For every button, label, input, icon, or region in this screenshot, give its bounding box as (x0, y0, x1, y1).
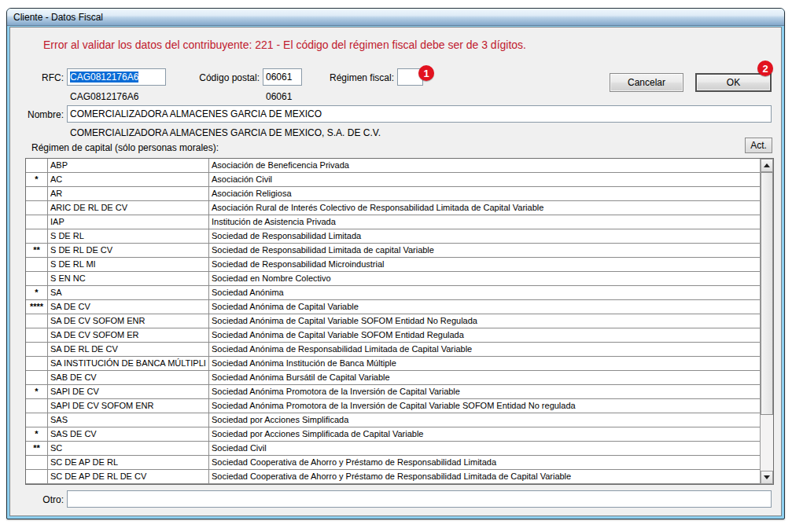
rfc-selected-text: CAG0812176A6 (70, 72, 138, 83)
cell-marker (26, 187, 48, 200)
table-row[interactable]: SAB DE CVSociedad Anónima Bursátil de Ca… (26, 371, 760, 385)
cell-desc: Institución de Asistencia Privada (209, 215, 760, 229)
cell-code: SAPI DE CV SOFOM ENR (48, 399, 209, 413)
cell-code: AC (48, 173, 209, 186)
table-row[interactable]: SC DE AP DE RL DE CVSociedad Cooperativa… (26, 470, 760, 484)
otro-input[interactable] (67, 490, 772, 508)
cell-desc: Sociedad Anónima Promotora de la Inversi… (209, 399, 760, 413)
ok-button[interactable]: OK (695, 73, 772, 92)
cell-desc: Sociedad de Responsabilidad Microindustr… (209, 258, 760, 271)
table-row[interactable]: *SAPI DE CVSociedad Anónima Promotora de… (26, 385, 760, 399)
table-row[interactable]: SA DE CV SOFOM ERSociedad Anónima de Cap… (26, 328, 760, 343)
cell-desc: Asociación Rural de Interés Colectivo de… (209, 201, 760, 215)
cell-marker: * (26, 385, 48, 398)
rfc-input[interactable]: CAG0812176A6 (67, 68, 166, 86)
table-row[interactable]: SASSociedad por Acciones Simplificada (26, 413, 760, 427)
regimen-capital-table: ABPAsociación de Beneficencia Privada*AC… (25, 158, 774, 485)
scrollbar-thumb[interactable] (761, 172, 773, 415)
cell-desc: Sociedad en Nombre Colectivo (209, 272, 760, 285)
table-row[interactable]: SA DE CV SOFOM ENRSociedad Anónima de Ca… (26, 314, 760, 328)
table-row[interactable]: ARAsociación Religiosa (26, 187, 760, 201)
codigo-postal-value: 06061 (266, 72, 292, 83)
table-scrollbar[interactable] (760, 159, 773, 484)
table-row[interactable]: ABPAsociación de Beneficencia Privada (26, 159, 760, 173)
table-row[interactable]: SA DE RL DE CVSociedad Anónima de Respon… (26, 343, 760, 357)
window-titlebar[interactable]: Cliente - Datos Fiscal (7, 9, 784, 26)
cell-marker: * (26, 286, 48, 299)
cell-desc: Sociedad Civil (209, 442, 760, 455)
cell-marker (26, 201, 48, 215)
dialog-window: Cliente - Datos Fiscal Error al validar … (6, 8, 785, 519)
cell-marker (26, 272, 48, 285)
cell-code: SA DE RL DE CV (48, 343, 209, 356)
table-row[interactable]: S DE RL MISociedad de Responsabilidad Mi… (26, 258, 760, 272)
codigo-postal-label: Código postal: (168, 72, 260, 83)
table-row[interactable]: **S DE RL DE CVSociedad de Responsabilid… (26, 244, 760, 258)
cell-marker: * (26, 173, 48, 186)
cell-desc: Sociedad por Acciones Simplificada de Ca… (209, 427, 760, 441)
table-row[interactable]: SA INSTITUCIÓN DE BANCA MÚLTIPLISociedad… (26, 357, 760, 371)
cell-marker (26, 328, 48, 342)
cell-desc: Sociedad Anónima de Capital Variable SOF… (209, 328, 760, 342)
cell-marker (26, 215, 48, 229)
table-row[interactable]: IAPInstitución de Asistencia Privada (26, 215, 760, 229)
cell-desc: Sociedad Anónima Bursátil de Capital Var… (209, 371, 760, 384)
cell-desc: Sociedad Anónima Promotora de la Inversi… (209, 385, 760, 398)
table-row[interactable]: ARIC DE RL DE CVAsociación Rural de Inte… (26, 201, 760, 215)
cell-code: SA DE CV SOFOM ER (48, 328, 209, 342)
scrollbar-down-button[interactable] (761, 471, 773, 484)
cell-code: SC DE AP DE RL (48, 456, 209, 469)
cell-marker (26, 456, 48, 469)
dialog-content: Error al validar los datos del contribuy… (9, 27, 782, 516)
cell-code: SAS (48, 413, 209, 427)
nombre-label: Nombre: (10, 109, 64, 120)
cell-marker (26, 470, 48, 483)
cancel-button[interactable]: Cancelar (610, 73, 683, 92)
cell-desc: Sociedad de Responsabilidad Limitada de … (209, 244, 760, 257)
table-row[interactable]: *SASociedad Anónima (26, 286, 760, 300)
table-row[interactable]: S EN NCSociedad en Nombre Colectivo (26, 272, 760, 286)
codigo-postal-input[interactable]: 06061 (263, 68, 302, 86)
cell-desc: Asociación Civil (209, 173, 760, 186)
cell-marker: **** (26, 300, 48, 314)
nombre-value: COMERCIALIZADORA ALMACENES GARCIA DE MEX… (70, 108, 322, 119)
table-row[interactable]: SC DE AP DE RLSociedad Cooperativa de Ah… (26, 456, 760, 470)
annotation-badge-1: 1 (418, 65, 434, 81)
rfc-label: RFC: (10, 72, 64, 83)
cell-marker: ** (26, 442, 48, 455)
cell-desc: Sociedad Anónima de Responsabilidad Limi… (209, 343, 760, 356)
validation-error-message: Error al validar los datos del contribuy… (43, 39, 526, 51)
cell-desc: Sociedad Anónima Institución de Banca Mú… (209, 357, 760, 370)
triangle-down-icon (764, 475, 770, 479)
table-row[interactable]: *SAS DE CVSociedad por Acciones Simplifi… (26, 427, 760, 442)
cell-code: SA (48, 286, 209, 299)
cell-code: SA DE CV (48, 300, 209, 314)
table-row[interactable]: SAPI DE CV SOFOM ENRSociedad Anónima Pro… (26, 399, 760, 413)
cell-marker (26, 258, 48, 271)
cell-marker (26, 229, 48, 243)
nombre-echo-text: COMERCIALIZADORA ALMACENES GARCIA DE MEX… (70, 127, 381, 138)
cell-marker (26, 413, 48, 427)
window-title: Cliente - Datos Fiscal (13, 12, 103, 23)
cell-desc: Sociedad Anónima de Capital Variable SOF… (209, 314, 760, 328)
cell-code: SA DE CV SOFOM ENR (48, 314, 209, 328)
cell-desc: Sociedad Cooperativa de Ahorro y Préstam… (209, 456, 760, 469)
cell-marker: ** (26, 244, 48, 257)
table-row[interactable]: **SCSociedad Civil (26, 442, 760, 456)
triangle-up-icon (764, 163, 770, 167)
scrollbar-up-button[interactable] (761, 159, 773, 172)
table-row[interactable]: *ACAsociación Civil (26, 173, 760, 187)
cell-desc: Asociación de Beneficencia Privada (209, 159, 760, 172)
cell-code: ARIC DE RL DE CV (48, 201, 209, 215)
regimen-capital-rows: ABPAsociación de Beneficencia Privada*AC… (26, 159, 760, 484)
otro-label: Otro: (10, 494, 64, 505)
table-row[interactable]: S DE RLSociedad de Responsabilidad Limit… (26, 229, 760, 244)
cell-code: ABP (48, 159, 209, 172)
annotation-badge-2: 2 (757, 61, 773, 76)
cell-code: S DE RL MI (48, 258, 209, 271)
table-row[interactable]: ****SA DE CVSociedad Anónima de Capital … (26, 300, 760, 314)
cell-code: SAPI DE CV (48, 385, 209, 398)
cell-code: S EN NC (48, 272, 209, 285)
act-button[interactable]: Act. (745, 138, 772, 153)
nombre-input[interactable]: COMERCIALIZADORA ALMACENES GARCIA DE MEX… (67, 105, 772, 123)
